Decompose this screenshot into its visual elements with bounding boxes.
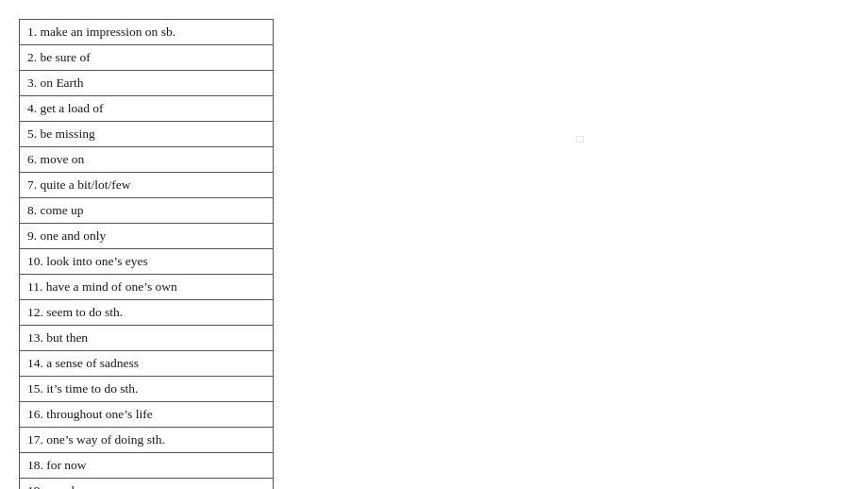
placeholder: □ — [576, 132, 583, 146]
list-item: 5. be missing — [20, 122, 273, 147]
list-item: 6. move on — [20, 147, 273, 173]
list-item: 4. get a load of — [20, 96, 273, 122]
content-area: □ — [292, 9, 868, 489]
list-item: 1. make an impression on sb. — [20, 20, 273, 45]
list-item: 9. one and only — [20, 224, 273, 249]
list-item: 13. but then — [20, 326, 273, 351]
list-item: 12. seem to do sth. — [20, 300, 273, 326]
list-item: 18. for now — [20, 453, 273, 479]
list-item: 2. be sure of — [20, 45, 273, 71]
list-item: 3. on Earth — [20, 71, 273, 96]
page-container: 1. make an impression on sb.2. be sure o… — [0, 0, 868, 489]
list-item: 8. come up — [20, 198, 273, 224]
list-item: 19. one day — [20, 479, 273, 489]
list-item: 7. quite a bit/lot/few — [20, 173, 273, 198]
list-panel: 1. make an impression on sb.2. be sure o… — [19, 19, 274, 489]
list-item: 15. it’s time to do sth. — [20, 377, 273, 402]
list-item: 11. have a mind of one’s own — [20, 275, 273, 300]
list-item: 17. one’s way of doing sth. — [20, 428, 273, 453]
list-item: 10. look into one’s eyes — [20, 249, 273, 275]
list-item: 14. a sense of sadness — [20, 351, 273, 377]
list-item: 16. throughout one’s life — [20, 402, 273, 428]
